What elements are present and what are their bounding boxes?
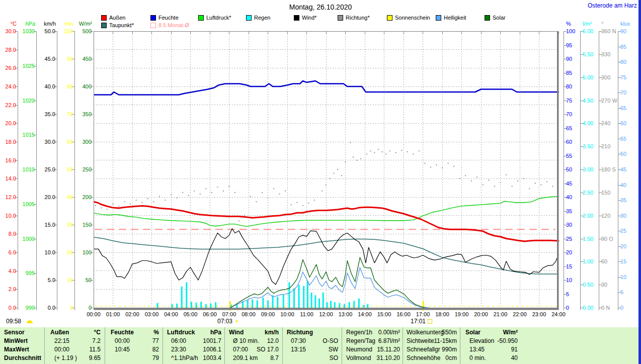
table-block-title: Richtung [287,328,313,336]
axis-tick-label: 1030 [23,28,35,35]
table-row-header: MinWert [4,337,28,345]
table-cell-value: 12.0 [229,337,279,345]
table-cell-value: 79 [111,354,159,362]
axis-tick-label: 70 [566,111,572,118]
table-cell-value: 11.5 [50,345,101,353]
table-divider [44,327,45,364]
axis-tick-label: 210 [601,143,610,150]
legend-label: Helligkeit [444,15,466,21]
weather-app-window: Montag, 26.10.2020 Osterode am Harz Auße… [0,0,641,364]
axis-tick-label: 5 [620,289,623,296]
axis-tick-label: 1025 [23,63,35,69]
axis-tick-label: 250 [83,166,92,173]
axis-tick-label: 20 [620,243,626,250]
x-axis-label: 10:00 [276,311,298,317]
axis-tick-label: 4.50 [583,98,593,104]
axis-tick-label: 0 [566,305,569,311]
axis-tick-label: 35 [566,208,572,215]
x-axis-label: 20:00 [470,311,492,317]
table-block-unit: °C [50,328,101,336]
axis-tick-label: 30 [601,282,607,288]
axis-tick-label: 75 [620,74,626,81]
table-cell-value: 990m [407,345,457,353]
table-cell-value: 8.7 [229,354,279,362]
axis-tick-label: 4.0 [9,268,16,275]
axis-tick-label: 26.0 [6,65,16,71]
series-wind-line [94,229,558,285]
axis-tick-label: 450 [83,56,92,62]
axis-tick-label: 12.0 [6,194,16,201]
status-time: 09:58 [6,318,21,325]
axis-tick-label: 50 [86,277,92,284]
x-axis-label: 09:00 [257,311,279,317]
axis-tick-label: 90 [566,56,572,62]
axis-line-rain [580,31,581,310]
axis-tick-label: 50 [620,151,626,157]
x-axis-label: 12:00 [315,311,337,317]
legend-swatch [338,15,343,21]
axis-tick-label: 400 [83,83,92,90]
x-axis-label: 22:00 [509,311,531,317]
legend-label: Sonnenschein [395,15,430,21]
axis-header-humidity: % [566,21,571,27]
axis-tick-label: 35.0 [45,111,55,118]
axis-tick-label: 100 [566,28,575,35]
legend-label: Feuchte [158,15,179,21]
axis-tick-label: 0 [89,305,92,311]
axis-tick-label: 30 [566,222,572,228]
legend-swatch [387,15,392,21]
sunrise-sun-icon: ☀ [234,319,239,324]
axis-tick-label: 50 [67,166,73,173]
sunrise-time: 07:03 [217,318,232,325]
axis-tick-label: 0.0 [9,305,16,311]
axis-tick-label: 8.0 [9,231,16,237]
axis-tick-label: 995 [26,270,35,277]
legend-item-85monat: 8.5 Monat-Ø [150,22,189,28]
x-axis-label: 07:00 [218,311,241,317]
axis-tick-label: 100 [64,28,73,35]
legend-swatch [150,23,156,28]
axis-tick-label: 4.00 [583,120,593,127]
axis-tick-label: 25 [620,228,626,234]
axis-tick-label: 80 [67,83,73,90]
axis-tick-label: 80 [566,83,572,90]
legend-swatch [436,15,441,21]
legend-label: Wind* [302,15,316,21]
x-axis-label: 01:00 [102,311,124,317]
table-divider [282,327,283,364]
axis-tick-label: 150 [601,190,610,196]
axis-tick-label: 5.00 [583,74,593,81]
axis-tick-label: 25.0 [45,166,55,173]
axis-tick-label: 24.0 [6,83,16,90]
axis-tick-label: 90 [620,28,626,35]
axis-tick-label: 0 [70,305,73,311]
axis-tick-label: 10 [67,277,73,284]
table-cell-value: 40 [465,354,518,362]
axis-tick-label: 5 [566,291,569,298]
sunset-time: 17:01 [411,318,426,325]
table-row-header: Durchschnitt [4,354,41,362]
table-cell-value: 7.2 [50,337,101,345]
axis-tick-label: 300 [601,74,610,81]
axis-tick-label: 15.0 [45,222,55,228]
axis-tick-label: 30 [620,213,626,219]
table-cell-value: 15.11.20 [346,345,400,353]
table-block-unit: W/m² [465,328,518,336]
x-axis-label: 06:00 [199,311,221,317]
axis-header-solar: W/m² [79,21,92,27]
sunrise-label: 07:03 ☀ [217,318,239,325]
axis-tick-label: 15 [620,258,626,265]
table-cell-value: 11-15km [407,337,457,345]
legend-label: Luftdruck* [206,15,231,21]
table-block-unit: hPa [167,328,221,336]
axis-tick-label: 90 O [601,236,613,242]
legend-swatch [101,15,107,21]
legend-label: Taupunkt* [109,22,134,28]
axis-header-sunshine: min [64,21,73,27]
legend-swatch [150,15,156,21]
axis-tick-label: 16.0 [6,157,16,164]
axis-tick-label: 3.50 [583,143,593,150]
legend-item-richtung: Richtung* [338,15,370,21]
x-axis-label: 24:00 [547,311,570,317]
axis-tick-label: 80 [620,59,626,65]
